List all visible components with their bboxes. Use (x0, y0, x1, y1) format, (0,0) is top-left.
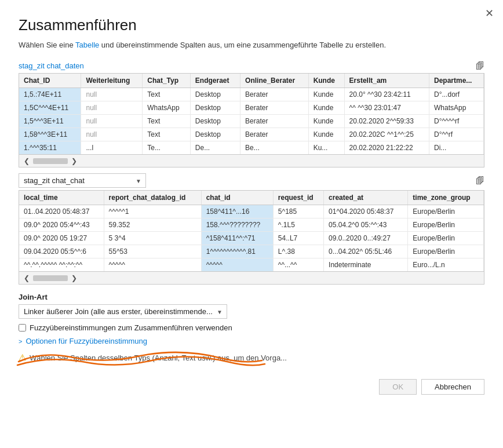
table1-header-row: Chat_ID Weiterleitung Chat_Typ Endgeraet… (19, 74, 484, 88)
cell: Ku... (308, 141, 344, 155)
table-row: 1,5.:74E+11 null Text Desktop Berater Ku… (19, 88, 484, 101)
table1: Chat_ID Weiterleitung Chat_Typ Endgeraet… (19, 74, 484, 154)
table-row: 09.0^ 2020 05 19:27 5 3^4 ^158^411^^:^71… (19, 232, 484, 245)
table2-copy-icon[interactable]: 🗐 (476, 176, 484, 185)
cell: ^^ ^^30 23:01:47 (344, 101, 429, 115)
cell: D°...dorf (429, 88, 483, 101)
cell: 158.^^^???????? (201, 218, 273, 232)
ok-button[interactable]: OK (379, 379, 417, 395)
table1-scroll-thumb[interactable] (33, 158, 68, 164)
table2-wrapper: local_time report_chat_datalog_id chat_i… (19, 190, 484, 285)
cell: Text (143, 128, 191, 141)
footer-buttons: OK Abbrechen (19, 373, 484, 395)
table2-scroll-left[interactable]: ❮ (21, 274, 32, 282)
table-row: 1.^^^35:11 ...l Te... De... Be... Ku... … (19, 141, 484, 155)
warning-text: Wählen Sie Spalten desselben Typs (Anzah… (30, 354, 287, 362)
table1-copy-icon[interactable]: 🗐 (476, 61, 484, 71)
cell: Kunde (308, 88, 344, 101)
table-row: 09.0^ 2020 05:4^^:43 59.352 158.^^^?????… (19, 218, 484, 232)
cell: WhatsApp (429, 101, 483, 115)
table2-section: stag_zit chat_chat ▼ 🗐 local_time report… (19, 173, 484, 285)
cell: ^.1L5 (273, 218, 323, 232)
table1-col-header-3[interactable]: Endgeraet (190, 74, 240, 88)
cell: 1,5.:74E+11 (19, 88, 81, 101)
cell: De... (190, 141, 240, 155)
cell: ^^^^^1 (104, 205, 201, 218)
table2-dropdown[interactable]: stag_zit chat_chat (19, 173, 146, 188)
cell: 01^04.2020 05:48:37 (324, 205, 408, 218)
table2-col-header-5[interactable]: time_zone_group (408, 191, 484, 205)
table-row: 01..04.2020 05:48:37 ^^^^^1 158^411^...1… (19, 205, 484, 218)
cell: Desktop (190, 115, 240, 128)
table-row: ^^.^^.^^^^^ ^^:^^:^^ ^^^^^ ^^^^^ ^^...^^… (19, 258, 484, 272)
table1-col-header-6[interactable]: Erstellt_am (344, 74, 429, 88)
cell: Berater (240, 88, 309, 101)
cell: Di... (429, 141, 483, 155)
warning-row: ⚠ Wählen Sie Spalten desselben Typs (Anz… (19, 352, 484, 363)
table2-header-row: local_time report_chat_datalog_id chat_i… (19, 191, 484, 205)
table1-col-header-4[interactable]: Online_Berater (240, 74, 309, 88)
cell: Kunde (308, 115, 344, 128)
cell: 1^^^^^^^^^^^.81 (201, 245, 273, 258)
cell: Text (143, 88, 191, 101)
table1-scroll-left[interactable]: ❮ (21, 157, 32, 165)
table2-col-header-3[interactable]: request_id (273, 191, 323, 205)
cancel-button[interactable]: Abbrechen (421, 379, 484, 395)
cell: 01..04.2020 05:48:37 (19, 205, 104, 218)
table-row: 09.04.2020 05:5^^:6 55^53 1^^^^^^^^^^^.8… (19, 245, 484, 258)
table2-scroll-right[interactable]: ❯ (69, 274, 79, 282)
cell: Euro.../L.n (408, 258, 484, 272)
cell: ...l (81, 141, 143, 155)
table1-scroll-right[interactable]: ❯ (69, 157, 79, 165)
table1-wrapper: Chat_ID Weiterleitung Chat_Typ Endgeraet… (19, 73, 484, 167)
table-row: 1,5C^^^4E+11 null WhatsApp Desktop Berat… (19, 101, 484, 115)
warning-icon: ⚠ (19, 352, 26, 363)
fuzzy-row: Fuzzyübereinstimmungen zum Zusammenführe… (19, 323, 484, 332)
cell: Europe/Berlin (408, 205, 484, 218)
table2-col-header-1[interactable]: report_chat_datalog_id (104, 191, 201, 205)
cell: 20.02.2020 2^^59:33 (344, 115, 429, 128)
table1-col-header-0[interactable]: Chat_ID (19, 74, 81, 88)
cell: 09.04.2020 05:5^^:6 (19, 245, 104, 258)
cell: 158^411^...16 (201, 205, 273, 218)
table2-dropdown-wrapper: stag_zit chat_chat ▼ (19, 173, 146, 188)
table2-col-header-2[interactable]: chat_id (201, 191, 273, 205)
table2-col-header-4[interactable]: created_at (324, 191, 408, 205)
desc-mid: und übereinstimmende Spalten aus, um ein… (99, 41, 386, 49)
table1-scrollbar[interactable]: ❮ ❯ (19, 154, 484, 167)
merge-dialog: ✕ Zusammenführen Wählen Sie eine Tabelle… (0, 0, 503, 448)
cell: 20.02.202C ^^1^^:25 (344, 128, 429, 141)
cell: 55^53 (104, 245, 201, 258)
cell: Text (143, 115, 191, 128)
cell: 09.0..2020 0..:49:27 (324, 232, 408, 245)
cell: 54..L7 (273, 232, 323, 245)
cell: 1,58^^^3E+11 (19, 128, 81, 141)
close-button[interactable]: ✕ (485, 8, 494, 19)
cell: Kunde (308, 101, 344, 115)
desc-link[interactable]: Tabelle (75, 41, 99, 49)
cell: Indeterminate (324, 258, 408, 272)
table1-col-header-7[interactable]: Departme... (429, 74, 483, 88)
cell: 09.0^ 2020 05 19:27 (19, 232, 104, 245)
table1-section: stag_zit chat_daten 🗐 Chat_ID Weiterleit… (19, 61, 484, 167)
cell: ^158^411^^:^71 (201, 232, 273, 245)
cell: WhatsApp (143, 101, 191, 115)
cell: D°^^^^rf (429, 115, 483, 128)
table2-col-header-0[interactable]: local_time (19, 191, 104, 205)
table2-scroll-thumb[interactable] (33, 275, 68, 281)
cell: 05.04.2^0 05:^^:43 (324, 218, 408, 232)
join-dropdown[interactable]: Linker äußerer Join (alle aus erster, üb… (19, 304, 227, 319)
table2-scrollbar[interactable]: ❮ ❯ (19, 271, 484, 284)
options-row[interactable]: > Optionen für Fuzzyübereinstimmung (19, 337, 484, 345)
table1-col-header-1[interactable]: Weiterleitung (81, 74, 143, 88)
table1-col-header-2[interactable]: Chat_Typ (143, 74, 191, 88)
fuzzy-checkbox[interactable] (19, 324, 26, 332)
cell: Europe/Berlin (408, 232, 484, 245)
table1-col-header-5[interactable]: Kunde (308, 74, 344, 88)
cell: Be... (240, 141, 309, 155)
options-label: Optionen für Fuzzyübereinstimmung (25, 337, 147, 345)
cell: Berater (240, 128, 309, 141)
cell: ^^^^^ (201, 258, 273, 272)
cell: 1,5C^^^4E+11 (19, 101, 81, 115)
join-label: Join-Art (19, 293, 484, 301)
